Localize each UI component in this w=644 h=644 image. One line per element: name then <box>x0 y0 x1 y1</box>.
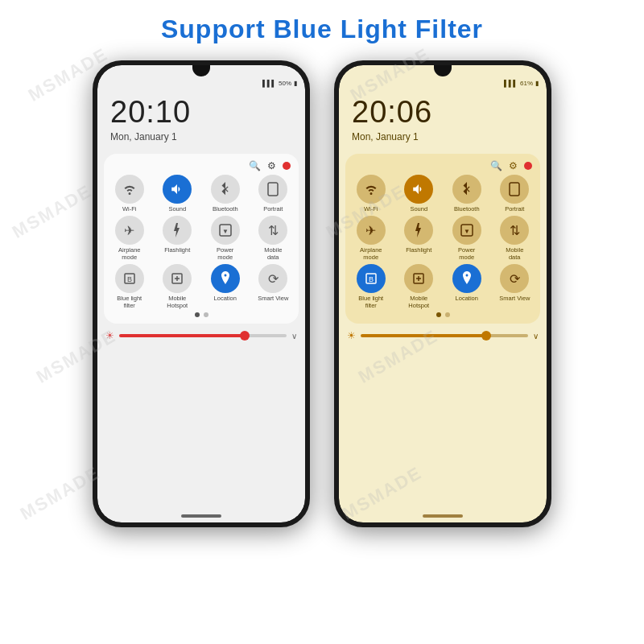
sun-icon-right: ☀ <box>347 330 356 341</box>
hotspot-label-right: MobileHotspot <box>408 295 429 309</box>
qs-hotspot-left[interactable]: MobileHotspot <box>155 264 200 309</box>
dot-2-right <box>445 312 450 317</box>
qs-mobiledata-right[interactable]: ⇅ Mobiledata <box>493 216 538 261</box>
qs-row-3-left: B Blue lightfilter MobileHotspot <box>107 264 295 309</box>
signal-icon-left: ▌▌▌ <box>262 80 276 87</box>
brightness-track-left[interactable] <box>119 334 287 337</box>
qs-airplane-left[interactable]: ✈ Airplanemode <box>107 216 152 261</box>
portrait-label-right: Portrait <box>505 205 524 213</box>
bluetooth-label-left: Bluetooth <box>213 205 238 213</box>
location-label-right: Location <box>456 295 478 302</box>
qs-flashlight-left[interactable]: Flashlight <box>155 216 200 261</box>
page-title: Support Blue Light Filter <box>0 0 644 52</box>
location-icon-left <box>211 264 240 293</box>
brightness-track-right[interactable] <box>361 334 528 337</box>
qs-sound-right[interactable]: Sound <box>397 175 442 213</box>
pagination-left <box>107 312 295 317</box>
notif-badge-right <box>524 162 532 170</box>
brightness-thumb-left <box>240 331 250 341</box>
phone-right-clock: 20:06 Mon, January 1 <box>339 89 547 149</box>
svg-text:B: B <box>369 275 374 283</box>
qs-row-2-left: ✈ Airplanemode Flashlight ▼ <box>107 216 295 261</box>
clock-time-left: 20:10 <box>110 95 305 130</box>
qs-sound-left[interactable]: Sound <box>155 175 200 213</box>
nav-bar-left <box>181 514 221 518</box>
qs-power-right[interactable]: ▼ Powermode <box>444 216 489 261</box>
qs-row-1-right: Wi-Fi Sound Bluetooth <box>349 175 537 213</box>
qs-mobiledata-left[interactable]: ⇅ Mobiledata <box>251 216 296 261</box>
phone-left-wrapper: ▌▌▌ 50% ▮ 20:10 Mon, January 1 🔍 ⚙ <box>93 60 310 527</box>
settings-icon-right[interactable]: ⚙ <box>509 160 518 171</box>
smartview-label-right: Smart View <box>499 295 530 302</box>
power-icon-left: ▼ <box>211 216 240 245</box>
hotspot-icon-right <box>404 264 433 293</box>
flashlight-label-left: Flashlight <box>164 246 190 254</box>
qs-location-left[interactable]: Location <box>203 264 248 309</box>
qs-hotspot-right[interactable]: MobileHotspot <box>397 264 442 309</box>
clock-time-right: 20:06 <box>352 95 547 130</box>
qs-bluetooth-left[interactable]: Bluetooth <box>203 175 248 213</box>
sun-icon-left: ☀ <box>105 330 114 341</box>
qs-bluelight-left[interactable]: B Blue lightfilter <box>107 264 152 309</box>
svg-text:B: B <box>127 275 132 283</box>
qs-portrait-left[interactable]: Portrait <box>251 175 296 213</box>
qs-smartview-right[interactable]: ⟳ Smart View <box>493 264 538 309</box>
bluetooth-icon-right <box>452 175 481 204</box>
bluelight-icon-right: B <box>357 264 386 293</box>
sound-label-right: Sound <box>410 205 427 213</box>
smartview-label-left: Smart View <box>258 295 288 302</box>
phone-left-screen: ▌▌▌ 50% ▮ 20:10 Mon, January 1 🔍 ⚙ <box>97 65 305 522</box>
qs-power-left[interactable]: ▼ Powermode <box>203 216 248 261</box>
bluelight-icon-left: B <box>115 264 144 293</box>
notif-badge-left <box>283 162 291 170</box>
nav-bar-right <box>423 514 463 518</box>
qs-wifi-left[interactable]: Wi-Fi <box>107 175 152 213</box>
phones-container: ▌▌▌ 50% ▮ 20:10 Mon, January 1 🔍 ⚙ <box>0 52 644 535</box>
airplane-icon-right: ✈ <box>357 216 386 245</box>
clock-date-left: Mon, January 1 <box>110 131 305 142</box>
qs-bluetooth-right[interactable]: Bluetooth <box>444 175 489 213</box>
flashlight-icon-left <box>163 216 192 245</box>
portrait-label-left: Portrait <box>263 205 283 213</box>
qs-portrait-right[interactable]: Portrait <box>493 175 538 213</box>
pagination-right <box>349 312 537 317</box>
bluelight-label-left: Blue lightfilter <box>117 295 142 309</box>
brightness-right: ☀ ∨ <box>339 324 547 345</box>
dot-1-left <box>195 312 200 317</box>
hotspot-label-left: MobileHotspot <box>167 295 188 309</box>
search-icon-right[interactable]: 🔍 <box>490 160 502 171</box>
qs-flashlight-right[interactable]: Flashlight <box>397 216 442 261</box>
phone-right: ▌▌▌ 61% ▮ 20:06 Mon, January 1 🔍 ⚙ <box>334 60 551 527</box>
qs-row-3-right: B Blue lightfilter MobileHotspot <box>349 264 537 309</box>
qs-airplane-right[interactable]: ✈ Airplanemode <box>349 216 394 261</box>
bluetooth-label-right: Bluetooth <box>454 205 480 213</box>
settings-icon-left[interactable]: ⚙ <box>267 160 276 171</box>
qs-location-right[interactable]: Location <box>444 264 489 309</box>
wifi-icon-left <box>115 175 144 204</box>
sound-icon-right <box>404 175 433 204</box>
sound-label-left: Sound <box>168 205 186 213</box>
qs-smartview-left[interactable]: ⟳ Smart View <box>251 264 296 309</box>
svg-rect-0 <box>268 183 278 196</box>
location-label-left: Location <box>214 295 237 302</box>
portrait-icon-right <box>500 175 529 204</box>
search-icon-left[interactable]: 🔍 <box>249 160 261 171</box>
qs-row-2-right: ✈ Airplanemode Flashlight ▼ <box>349 216 537 261</box>
battery-left: 50% <box>279 80 291 87</box>
wifi-label-left: Wi-Fi <box>122 205 137 213</box>
location-icon-right <box>452 264 481 293</box>
qs-bluelight-right[interactable]: B Blue lightfilter <box>349 264 394 309</box>
brightness-left: ☀ ∨ <box>97 324 305 345</box>
battery-icon-left: ▮ <box>294 80 297 87</box>
svg-rect-8 <box>510 183 519 196</box>
chevron-icon-right[interactable]: ∨ <box>533 332 539 341</box>
qs-toolbar-right: 🔍 ⚙ <box>349 160 537 175</box>
phone-right-wrapper: ▌▌▌ 61% ▮ 20:06 Mon, January 1 🔍 ⚙ <box>334 60 551 527</box>
chevron-icon-left[interactable]: ∨ <box>291 332 297 341</box>
portrait-icon-left <box>258 175 287 204</box>
wifi-label-right: Wi-Fi <box>364 205 378 213</box>
qs-wifi-right[interactable]: Wi-Fi <box>349 175 394 213</box>
flashlight-label-right: Flashlight <box>406 246 431 254</box>
brightness-thumb-right <box>481 331 491 341</box>
power-icon-right: ▼ <box>452 216 481 245</box>
